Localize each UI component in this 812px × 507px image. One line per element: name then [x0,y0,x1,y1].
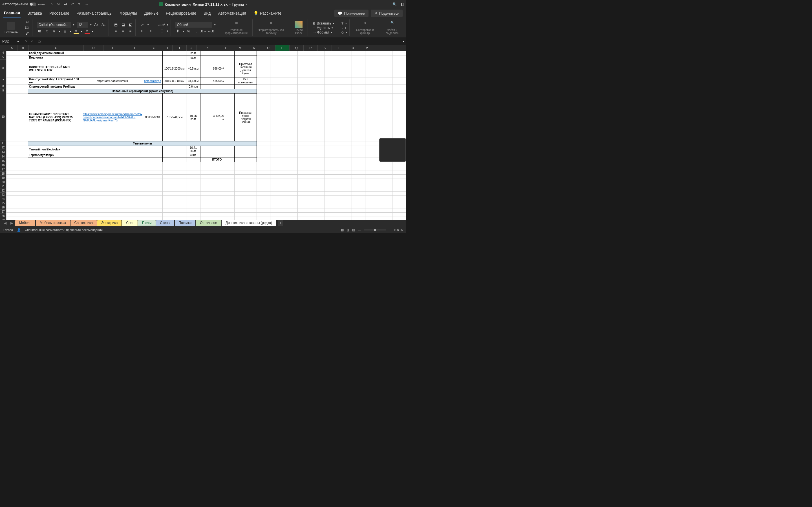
fx-label[interactable]: fx [37,39,43,43]
autosave-toggle[interactable]: Автосохранение выкл. [2,2,45,6]
delete-cells-button[interactable]: ⊟Удалить▾ [312,26,335,30]
bold-icon[interactable]: Ж [37,29,42,34]
chevron-down-icon[interactable]: ▾ [183,30,184,33]
sheet-tab[interactable]: Остальное [196,220,221,226]
col-header-F[interactable]: F [123,45,147,51]
chevron-down-icon[interactable]: ▾ [81,30,82,33]
orientation-icon[interactable]: ⤢ [140,22,145,27]
col-header-C[interactable]: C [29,45,84,51]
comma-icon[interactable]: , [194,29,199,34]
autosum-button[interactable]: ∑▾ [342,21,347,25]
format-painter-icon[interactable]: 🖌 [25,31,30,36]
row-header-24[interactable]: 24 [0,197,6,201]
more-icon[interactable]: ⋯ [85,2,88,6]
align-bottom-icon[interactable]: ⬕ [128,22,133,27]
row-header-6[interactable]: 6 [0,60,6,77]
zoom-slider[interactable] [364,230,386,230]
chevron-down-icon[interactable]: ▾ [214,23,216,26]
row-header-23[interactable]: 23 [0,193,6,197]
tab-review[interactable]: Рецензирование [165,9,197,17]
row-header-16[interactable]: 16 [0,163,6,167]
chevron-down-icon[interactable]: ▾ [59,30,60,33]
sort-filter-button[interactable]: ⇅Сортировка и фильтр [354,21,376,35]
sheet-tab[interactable]: Сантехника [70,220,97,226]
tab-automate[interactable]: Автоматизация [217,9,246,17]
sheet-tab[interactable]: Мебель [15,220,35,226]
share-button[interactable]: ↗Поделиться [371,10,403,17]
col-header-R[interactable]: R [304,45,318,51]
col-header-B[interactable]: B [17,45,29,51]
row-header-4[interactable]: 4 [0,51,6,55]
paste-button[interactable]: Вставить [4,22,18,34]
zoom-level[interactable]: 100 % [394,228,403,231]
sheet-tab[interactable]: Мебель на заказ [36,220,70,226]
merge-icon[interactable]: ⊟ [160,29,165,34]
chevron-down-icon[interactable]: ▾ [401,40,406,43]
preview-thumbnail[interactable] [379,138,406,162]
col-header-D[interactable]: D [84,45,103,51]
col-header-E[interactable]: E [103,45,123,51]
cancel-icon[interactable]: ✕ [25,39,28,43]
size-select[interactable] [77,22,88,27]
add-sheet-button[interactable]: + [278,220,283,226]
formula-input[interactable] [43,39,401,43]
comments-button[interactable]: 💬Примечания [335,10,368,17]
grow-font-icon[interactable]: A↑ [94,22,99,27]
underline-icon[interactable]: Ч [52,29,57,34]
row-header-17[interactable]: 17 [0,167,6,172]
col-header-V[interactable]: V [360,45,374,51]
row-header-22[interactable]: 22 [0,188,6,193]
row-header-15[interactable]: 15 [0,159,6,163]
row-header-13[interactable]: 13 [0,150,6,154]
wrap-text-icon[interactable]: ab↵ [160,22,165,27]
col-header-N[interactable]: N [247,45,261,51]
tab-insert[interactable]: Вставка [27,9,43,17]
tab-nav-next[interactable]: ▶ [9,221,15,225]
row-header-25[interactable]: 25 [0,201,6,205]
indent-decrease-icon[interactable]: ⇤ [140,29,145,34]
fill-color-icon[interactable]: ◊ [73,29,79,34]
name-box[interactable]: P32▴▾ [0,39,22,43]
chevron-down-icon[interactable]: ▾ [345,22,347,25]
save-icon[interactable]: 🖫 [56,2,60,6]
chevron-down-icon[interactable]: ▾ [345,26,346,29]
chevron-down-icon[interactable]: ▾ [70,30,71,33]
tab-draw[interactable]: Рисование [49,9,70,17]
row-header-26[interactable]: 26 [0,205,6,210]
find-select-button[interactable]: 🔍Найти и выделить [383,21,402,35]
chevron-down-icon[interactable]: ▾ [346,31,347,34]
col-header-I[interactable]: I [172,45,187,51]
tab-home[interactable]: Главная [3,9,20,17]
cell-styles-button[interactable]: Стили ячеек [292,21,305,35]
col-header-G[interactable]: G [147,45,161,51]
row-header-8[interactable]: 8 [0,84,6,89]
decrease-decimal-icon[interactable]: ←.0 [208,29,213,34]
view-break-icon[interactable]: ▤ [352,228,355,232]
border-icon[interactable]: ⊞ [63,29,68,34]
col-header-L[interactable]: L [219,45,233,51]
align-middle-icon[interactable]: ⬓ [121,22,126,27]
col-header-P[interactable]: P [275,45,290,51]
zoom-in-icon[interactable]: + [389,228,391,231]
ribbon-options-icon[interactable]: ◧ [401,2,404,6]
align-top-icon[interactable]: ⬒ [113,22,118,27]
spreadsheet-grid[interactable]: ABCDEFGHIJKLMNOPQRSTUV 45678910111213141… [0,45,406,220]
col-header-S[interactable]: S [318,45,332,51]
row-header-29[interactable]: 29 [0,218,6,220]
view-normal-icon[interactable]: ▦ [341,228,344,232]
zoom-out-icon[interactable]: — [358,228,361,231]
tab-layout[interactable]: Разметка страницы [76,9,113,17]
row-header-10[interactable]: 10 [0,93,6,141]
row-header-28[interactable]: 28 [0,214,6,218]
toggle-icon[interactable] [30,3,36,6]
row-header-21[interactable]: 21 [0,184,6,188]
chevron-down-icon[interactable]: ▾ [167,23,168,26]
col-header-U[interactable]: U [346,45,360,51]
sheet-tab[interactable]: Полы [138,220,156,226]
col-header-M[interactable]: M [233,45,247,51]
confirm-icon[interactable]: ✓ [31,39,34,43]
select-all-corner[interactable] [0,45,6,51]
stepper-icon[interactable]: ▴▾ [17,40,19,43]
tell-me[interactable]: 💡Расскажите [253,9,282,17]
sheet-tab[interactable]: Потолки [175,220,196,226]
